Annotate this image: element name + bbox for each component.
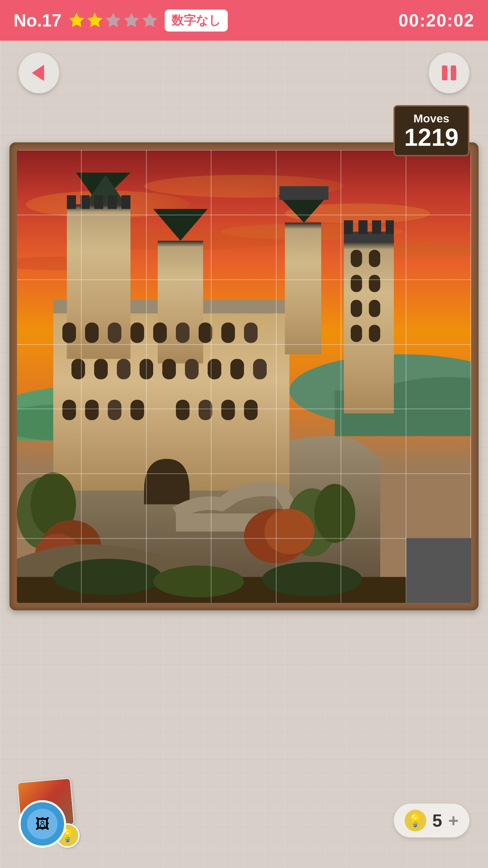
puzzle-number: No.17	[14, 10, 62, 31]
pause-icon	[442, 65, 456, 80]
no-number-badge: 数字なし	[165, 9, 228, 32]
star-1	[68, 12, 85, 28]
preview-circle: 🖼	[19, 800, 66, 848]
hint-counter[interactable]: 💡 5 +	[394, 804, 469, 837]
pause-bar-right	[451, 65, 456, 80]
puzzle-frame	[9, 142, 479, 610]
preview-circle-icon: 🖼	[27, 809, 58, 839]
hint-bulb-icon: 💡	[405, 810, 426, 831]
hint-plus: +	[448, 810, 459, 831]
moves-label: Moves	[404, 112, 459, 125]
back-button[interactable]	[19, 53, 59, 93]
svg-marker-3	[125, 14, 138, 26]
game-header: No.17 数字なし 00:20:02	[0, 0, 488, 41]
svg-marker-4	[143, 14, 157, 26]
svg-marker-1	[88, 14, 102, 26]
puzzle-container	[9, 142, 479, 610]
preview-button[interactable]: 🖼 💡	[19, 780, 86, 848]
star-4	[123, 12, 140, 28]
game-timer: 00:20:02	[399, 10, 474, 31]
star-rating	[68, 12, 158, 28]
moves-counter: Moves 1219	[393, 105, 469, 156]
pause-bar-left	[442, 65, 447, 80]
svg-marker-2	[106, 14, 120, 26]
star-3	[105, 12, 121, 28]
svg-marker-0	[70, 14, 83, 26]
pause-button[interactable]	[429, 53, 469, 93]
star-2	[87, 12, 103, 28]
header-left: No.17 数字なし	[14, 9, 228, 32]
hint-count: 5	[432, 810, 442, 831]
puzzle-inner[interactable]	[17, 150, 471, 603]
empty-tile	[406, 538, 471, 603]
grid-overlay	[17, 150, 471, 603]
moves-value: 1219	[404, 125, 459, 150]
star-5	[142, 12, 158, 28]
back-arrow-icon	[32, 65, 44, 81]
